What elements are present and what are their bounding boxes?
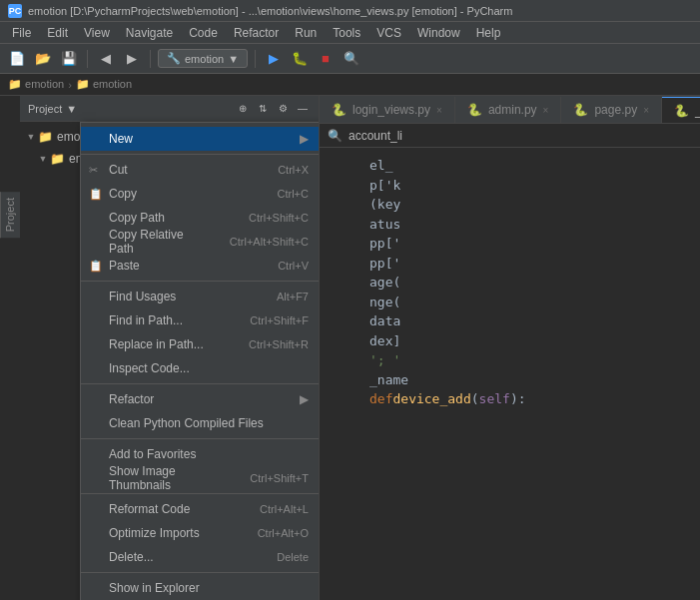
project-header: Project ▼ ⊕ ⇅ ⚙ — (20, 96, 319, 122)
ctx-paste[interactable]: 📋 Paste Ctrl+V (81, 254, 320, 278)
ctx-delete[interactable]: Delete... Delete (81, 545, 320, 569)
code-line-9: data (320, 311, 700, 331)
ctx-refactor[interactable]: Refactor ▶ (81, 387, 320, 411)
paste-icon: 📋 (89, 260, 103, 273)
tab-login-views-close[interactable]: × (436, 105, 442, 116)
project-dropdown-icon[interactable]: ▼ (66, 103, 77, 115)
ctx-copy-relative-path[interactable]: Copy Relative Path Ctrl+Alt+Shift+C (81, 230, 320, 254)
menu-view[interactable]: View (76, 24, 118, 42)
breadcrumb-emotion[interactable]: 📁 emotion (8, 78, 64, 91)
tab-page-close[interactable]: × (643, 105, 649, 116)
tab-login-views[interactable]: 🐍 login_views.py × (320, 97, 455, 123)
tab-login-views-icon: 🐍 (332, 103, 347, 117)
toolbar-debug-btn[interactable]: 🐛 (289, 48, 311, 70)
tab-init[interactable]: 🐍 __init × (662, 97, 700, 123)
title-bar: PC emotion [D:\PycharmProjects\web\emoti… (0, 0, 700, 22)
ctx-copy-path[interactable]: Copy Path Ctrl+Shift+C (81, 206, 320, 230)
project-dropdown-arrow: ▼ (228, 53, 239, 65)
ctx-show-thumbnails[interactable]: Show Image Thumbnails Ctrl+Shift+T (81, 466, 320, 490)
ctx-sep5 (81, 572, 320, 573)
toolbar-open-btn[interactable]: 📂 (32, 48, 54, 70)
code-line-10: dex] (320, 331, 700, 351)
menu-bar: File Edit View Navigate Code Refactor Ru… (0, 22, 700, 44)
code-line-4: atus (320, 215, 700, 235)
cut-icon: ✂ (89, 164, 98, 177)
code-line-5: pp[' (320, 234, 700, 254)
ctx-cut[interactable]: ✂ Cut Ctrl+X (81, 158, 320, 182)
code-line-13: def device_add ( self ): (320, 389, 700, 409)
menu-vcs[interactable]: VCS (368, 24, 409, 42)
ctx-inspect-code[interactable]: Inspect Code... (81, 356, 320, 380)
ctx-reformat[interactable]: Reformat Code Ctrl+Alt+L (81, 497, 320, 521)
project-label: emotion (185, 53, 224, 65)
menu-file[interactable]: File (4, 24, 39, 42)
toolbar-sep3 (255, 50, 256, 68)
ctx-sep2 (81, 383, 320, 384)
context-menu: New ▶ ✂ Cut Ctrl+X 📋 Copy Ctrl+C Copy Pa… (80, 122, 320, 600)
toolbar-new-btn[interactable]: 📄 (6, 48, 28, 70)
ctx-optimize-imports[interactable]: Optimize Imports Ctrl+Alt+O (81, 521, 320, 545)
toolbar-sep2 (150, 50, 151, 68)
tab-page-label: page.py (594, 103, 637, 117)
ctx-find-usages[interactable]: Find Usages Alt+F7 (81, 285, 320, 308)
tab-admin[interactable]: 🐍 admin.py × (455, 97, 562, 123)
folder-icon-em: 📁 (50, 152, 65, 166)
menu-code[interactable]: Code (181, 24, 226, 42)
menu-tools[interactable]: Tools (325, 24, 368, 42)
ctx-show-explorer[interactable]: Show in Explorer (81, 576, 320, 600)
ctx-add-favorites[interactable]: Add to Favorites (81, 442, 320, 466)
breadcrumb: 📁 emotion › 📁 emotion (0, 74, 700, 96)
menu-navigate[interactable]: Navigate (118, 24, 181, 42)
code-line-3: (key (320, 195, 700, 215)
tree-arrow-root: ▼ (24, 132, 38, 142)
code-line-2: p['k (320, 176, 700, 196)
search-input[interactable] (349, 129, 692, 143)
ctx-sep3 (81, 438, 320, 439)
ctx-sep4 (81, 493, 320, 494)
toolbar-sep1 (87, 50, 88, 68)
search-bar: 🔍 (320, 124, 700, 148)
tab-admin-label: admin.py (488, 103, 537, 117)
project-icon: 🔧 (167, 52, 181, 65)
code-line-11: '; ' (320, 350, 700, 370)
tab-admin-icon: 🐍 (467, 103, 482, 117)
code-line-12: _name (320, 370, 700, 390)
folder-icon-root: 📁 (38, 130, 53, 144)
project-header-add-btn[interactable]: ⊕ (235, 101, 251, 117)
project-header-gear-btn[interactable]: ⚙ (275, 101, 291, 117)
tab-init-label: __init (695, 104, 700, 118)
menu-help[interactable]: Help (468, 24, 509, 42)
tab-page[interactable]: 🐍 page.py × (561, 97, 662, 123)
project-tab[interactable]: Project (0, 192, 20, 238)
ctx-clean-python[interactable]: Clean Python Compiled Files (81, 411, 320, 435)
toolbar-save-btn[interactable]: 💾 (58, 48, 80, 70)
breadcrumb-emotion2[interactable]: 📁 emotion (76, 78, 132, 91)
toolbar-forward-btn[interactable]: ▶ (121, 48, 143, 70)
ctx-sep1 (81, 281, 320, 282)
menu-run[interactable]: Run (287, 24, 325, 42)
tab-init-icon: 🐍 (674, 104, 689, 118)
toolbar-run-btn[interactable]: ▶ (263, 48, 285, 70)
main-area: Project Project ▼ ⊕ ⇅ ⚙ — ▼ 📁 emotion D:… (0, 96, 700, 600)
menu-window[interactable]: Window (409, 24, 468, 42)
tab-admin-close[interactable]: × (543, 105, 549, 116)
toolbar-back-btn[interactable]: ◀ (95, 48, 117, 70)
menu-edit[interactable]: Edit (39, 24, 76, 42)
toolbar: 📄 📂 💾 ◀ ▶ 🔧 emotion ▼ ▶ 🐛 ■ 🔍 (0, 44, 700, 74)
menu-refactor[interactable]: Refactor (226, 24, 287, 42)
tab-login-views-label: login_views.py (352, 103, 430, 117)
ctx-replace-in-path[interactable]: Replace in Path... Ctrl+Shift+R (81, 332, 320, 356)
project-header-minimize-btn[interactable]: — (295, 101, 311, 117)
project-selector[interactable]: 🔧 emotion ▼ (158, 49, 248, 68)
toolbar-stop-btn[interactable]: ■ (315, 48, 337, 70)
ctx-find-in-path[interactable]: Find in Path... Ctrl+Shift+F (81, 308, 320, 332)
ctx-copy[interactable]: 📋 Copy Ctrl+C (81, 182, 320, 206)
editor-area: 🐍 login_views.py × 🐍 admin.py × 🐍 page.p… (320, 96, 700, 600)
tab-page-icon: 🐍 (573, 103, 588, 117)
ctx-new[interactable]: New ▶ (81, 127, 320, 151)
tabs: 🐍 login_views.py × 🐍 admin.py × 🐍 page.p… (320, 96, 700, 124)
project-header-sort-btn[interactable]: ⇅ (255, 101, 271, 117)
copy-icon: 📋 (89, 188, 103, 201)
code-line-8: nge( (320, 293, 700, 312)
toolbar-search-btn[interactable]: 🔍 (341, 48, 362, 70)
